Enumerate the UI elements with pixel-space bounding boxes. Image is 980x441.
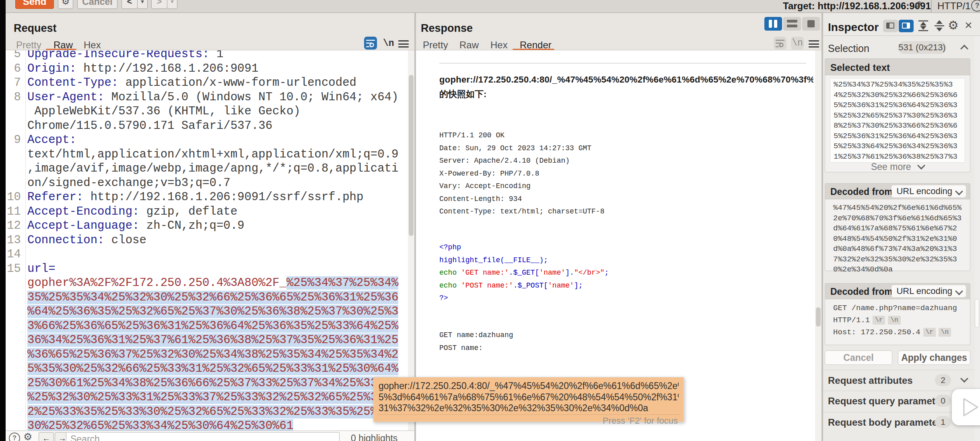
line-text[interactable]: ,image/avif,image/webp,image/apng,*/*;q=… [27,161,398,176]
tab-pretty[interactable]: Pretty [423,39,448,51]
php-code-line: ?> [439,292,807,305]
close-icon[interactable]: × [965,18,972,33]
inspector-dock-left-button[interactable] [883,20,898,32]
line-text[interactable]: Accept-Language: zh-CN,zh;q=0.9 [27,219,245,233]
line-text[interactable]: 35%25%35%34%25%32%30%25%32%66%25%36%65%2… [27,290,398,305]
search-help-icon[interactable]: ? [9,433,20,441]
selected-url-encoded-text: %25%34%37%25%34% [286,276,398,290]
tab-raw[interactable]: Raw [459,39,479,51]
send-button[interactable]: Send [15,0,54,9]
inspector-scrollbar-thumb[interactable] [975,299,979,328]
encoding-select[interactable]: URL encoding [891,185,966,197]
expand-all-icon[interactable] [917,19,929,34]
edit-target-icon[interactable]: ✎ [913,0,922,12]
response-scrollbar-thumb[interactable] [816,307,821,327]
tooltip-line: gopher://172.250.250.4:80/_%47%45%54%20%… [379,381,679,392]
tab-hex[interactable]: Hex [490,39,508,51]
line-number: 5 [6,50,21,62]
line-text[interactable]: on/signed-exchange;v=b3;q=0.7 [27,176,231,190]
layout-columns-button[interactable] [764,17,782,31]
layout-rows-button[interactable] [783,17,801,31]
inspector-section-request-attributes[interactable]: Request attributes2 [823,370,974,391]
apply-changes-button[interactable]: Apply changes [898,350,970,365]
back-dropdown-button[interactable]: ▾ [137,0,148,9]
screen-edge [0,0,6,441]
editor-menu-icon[interactable] [398,40,409,48]
inspector-dock-right-button[interactable] [899,20,914,32]
word-wrap-icon[interactable] [364,37,377,50]
tab-pretty[interactable]: Pretty [16,39,41,51]
line-text[interactable]: %64%25%36%35%25%32%65%25%37%30%25%36%38%… [27,304,398,319]
line-text[interactable]: %36%65%25%36%37%25%32%30%25%34%38%25%35%… [27,348,398,362]
line-text[interactable]: %25%32%30%25%33%31%25%33%37%25%33%32%25%… [27,390,398,405]
decoded-url-value[interactable]: %47%45%54%20%2f%6e%61%6d%65%2e%70%68%70%… [833,203,964,276]
inspector-cancel-button[interactable]: Cancel [825,350,892,365]
selected-text-label: Selected text [830,62,890,73]
search-prev-button[interactable]: ← [39,432,54,441]
render-divider [439,63,806,64]
see-more-button[interactable]: See more [825,161,970,172]
word-wrap-icon[interactable] [774,37,786,50]
selected-text-value[interactable]: %25%34%37%25%34%35%25%35%34%25%32%30%25%… [830,78,965,163]
line-text[interactable]: Upgrade-Insecure-Requests: 1 [27,50,223,62]
rendered-url-title: gopher://172.250.250.4:80/_%47%45%54%20%… [439,75,813,85]
target-url[interactable]: Target: http://192.168.1.206:9091 [783,0,931,12]
http-version-selector[interactable]: HTTP/1 [937,0,971,12]
request-line: 15url= [6,262,408,276]
line-text[interactable]: Content-Type: application/x-www-form-url… [27,76,356,90]
selection-label: Selection [828,43,869,54]
line-text[interactable]: 3%66%25%36%65%25%36%31%25%36%64%25%36%35… [27,319,398,333]
request-scrollbar[interactable] [408,50,414,431]
line-text[interactable]: 2%25%33%35%25%33%30%25%32%65%25%33%32%25… [27,405,398,419]
line-text[interactable]: text/html,application/xhtml+xml,applicat… [27,147,398,162]
request-settings-button[interactable]: ⚙ [58,0,73,9]
line-text[interactable]: 5%35%30%25%32%66%25%33%31%25%32%65%25%33… [27,362,398,376]
line-number: 14 [6,247,21,262]
inspector-scrollbar[interactable] [974,36,980,441]
line-text[interactable]: gopher%3A%2F%2F172.250.250.4%3A80%2F_%25… [27,276,398,290]
search-settings-icon[interactable]: ⚙ [23,431,32,441]
encoding-select[interactable]: URL encoding [891,285,966,297]
response-scrollbar[interactable] [815,50,821,441]
line-text[interactable]: AppleWebKit/537.36 (KHTML, like Gecko) [27,104,301,119]
line-text[interactable]: url= [27,262,56,276]
request-scrollbar-thumb[interactable] [409,75,414,236]
response-header-line: Content-Length: 934 [439,193,807,206]
header-value: close [104,234,146,247]
request-line: ,image/avif,image/webp,image/apng,*/*;q=… [6,161,408,176]
line-text[interactable]: Accept-Encoding: gzip, deflate [27,205,237,219]
line-text[interactable]: 25%30%61%25%34%38%25%36%66%25%37%33%25%3… [27,376,398,391]
header-name: Upgrade-Insecure-Requests: [27,50,209,61]
inspector-settings-gear-icon[interactable]: ⚙ [948,18,959,32]
line-text[interactable]: User-Agent: Mozilla/5.0 (Windows NT 10.0… [27,90,398,105]
request-line: on/signed-exchange;v=b3;q=0.7 [6,176,408,190]
snapshot-label: 的快照如下: [439,88,486,100]
forward-button[interactable]: > [151,0,167,9]
search-input[interactable] [66,432,340,441]
decoded-http-value[interactable]: GET /name.php?name=dazhuangHTTP/1.1\r\nH… [833,302,966,338]
help-icon[interactable]: ? [971,0,980,12]
play-icon [952,389,980,425]
show-newlines-icon[interactable]: \n [791,37,804,50]
forward-dropdown-button[interactable]: ▾ [167,0,177,9]
decoded-text: HTTP/1.1 [833,316,870,325]
show-newlines-icon[interactable]: \n [383,38,394,49]
line-text[interactable]: Accept: [27,133,76,147]
line-text[interactable]: Origin: http://192.168.1.206:9091 [27,62,258,76]
layout-single-button[interactable] [802,17,820,31]
line-text[interactable]: Connection: close [27,233,146,248]
chevron-down-icon: ▾ [171,0,174,4]
editor-menu-icon[interactable] [809,40,819,48]
line-text[interactable]: 30%25%32%65%25%33%34%25%30%64%25%30%61 [27,419,293,431]
collapse-all-icon[interactable] [933,19,945,34]
line-text[interactable]: 36%34%25%36%31%25%37%61%25%36%38%25%37%3… [27,333,398,348]
control-char-chip: \n [888,316,900,325]
cancel-button[interactable]: Cancel [77,0,117,9]
request-line: gopher%3A%2F%2F172.250.250.4%3A80%2F_%25… [6,276,408,290]
back-button[interactable]: < [121,0,138,9]
line-text[interactable]: Referer: http://192.168.1.206:9091/ssrf/… [27,190,363,205]
tab-hex[interactable]: Hex [84,39,101,51]
header-value: 1 [209,50,223,61]
request-editor[interactable]: 5Upgrade-Insecure-Requests: 16Origin: ht… [6,50,408,431]
line-text[interactable]: Chrome/115.0.5790.171 Safari/537.36 [27,119,272,133]
